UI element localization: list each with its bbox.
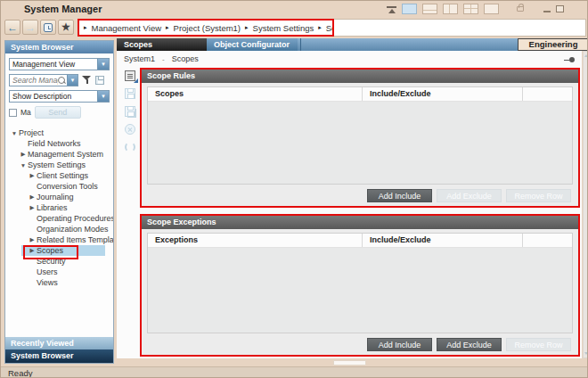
column-header-include-exclude[interactable]: Include/Exclude [362,234,522,247]
tree-expand-arrow-icon[interactable]: ▶ [28,172,37,179]
breadcrumb-separator-icon: ▸ [84,24,87,31]
scope-exceptions-panel: Scope Exceptions Exceptions Include/Excl… [140,214,580,357]
scope-rules-table: Scopes Include/Exclude [147,86,573,185]
tree-item-label: Journaling [37,193,74,201]
view-select[interactable]: Management View ▼ [9,58,110,70]
scroll-up-icon[interactable] [584,54,588,57]
scope-exceptions-table: Exceptions Include/Exclude [147,233,573,333]
horizontal-scrollbar-thumb[interactable] [333,360,366,366]
status-text: Ready [8,368,32,378]
chevron-down-icon[interactable]: ▼ [97,91,109,102]
layout-two-columns-icon[interactable] [402,4,417,14]
column-header-exceptions[interactable]: Exceptions [148,234,362,247]
search-input[interactable] [10,76,58,85]
pin-icon[interactable] [569,57,575,62]
layout-single-icon[interactable] [484,4,499,14]
remove-row-button: Remove Row [506,338,571,351]
breadcrumb: ▸ Management View ▸ Project (System1) ▸ … [78,19,334,37]
tab-object-configurator[interactable]: Object Configurator [207,38,298,51]
breadcrumb-item-scopes[interactable]: Scopes [326,23,334,33]
tree-item-project[interactable]: ▼Project [5,127,113,138]
horizontal-scrollbar[interactable] [117,359,582,366]
add-exclude-button[interactable]: Add Exclude [437,338,502,351]
column-header-include-exclude[interactable]: Include/Exclude [362,87,522,101]
tree-item-operating-procedures[interactable]: Operating Procedures [5,213,113,224]
scope-rules-buttons: Add Include Add Exclude Remove Row [142,185,578,206]
minimize-button[interactable] [543,11,551,12]
tree-expand-arrow-icon[interactable]: ▼ [10,130,19,136]
column-header-scopes[interactable]: Scopes [148,87,362,101]
sidebar-footer: Recently Viewed System Browser [5,337,113,363]
breadcrumb-separator-icon[interactable]: ▸ [166,24,169,31]
forward-button[interactable]: → [22,20,38,35]
engineering-button[interactable]: Engineering [518,38,588,51]
scroll-down-icon[interactable] [584,352,588,355]
scopes-content: System1 - Scopes Scope Rules Scopes Incl… [117,51,582,358]
chevron-down-icon[interactable]: ▼ [97,59,109,70]
tree-item-management-system[interactable]: ▶Management System [5,149,113,160]
tab-bar: Scopes Object Configurator Engineering [117,38,588,51]
tree-expand-arrow-icon[interactable]: ▶ [19,151,28,158]
export-icon[interactable] [125,70,135,81]
add-include-button[interactable]: Add Include [367,338,432,351]
tree-expand-arrow-icon[interactable]: ▶ [28,236,37,243]
cancel-icon[interactable] [125,124,135,135]
chevron-down-icon[interactable]: ▼ [67,75,78,86]
tree-expand-arrow-icon[interactable]: ▶ [28,193,37,201]
favorites-button[interactable]: ★ [58,20,74,35]
tree-item-system-settings[interactable]: ▼System Settings [5,160,113,170]
tree-item-conversion-tools[interactable]: Conversion Tools [5,181,113,192]
refresh-icon[interactable] [125,142,135,152]
tree-expand-arrow-icon[interactable]: ▶ [28,204,37,211]
breadcrumb-separator-icon[interactable]: ▸ [245,24,249,31]
tree-expand-arrow-icon[interactable]: ▼ [19,162,28,168]
maximize-button[interactable] [556,5,564,12]
window-title: System Manager [1,4,102,14]
filter-icon[interactable] [82,76,92,85]
dock-top-icon[interactable] [387,5,396,13]
history-button[interactable] [40,20,56,35]
back-button[interactable]: ← [4,20,20,35]
content-breadcrumb-page[interactable]: Scopes [172,54,199,63]
tree-item-client-settings[interactable]: ▶Client Settings [5,170,113,181]
scope-exceptions-buttons: Add Include Add Exclude Remove Row [142,333,578,355]
ma-checkbox[interactable] [9,109,17,117]
column-header-empty [522,87,572,101]
breadcrumb-item-system-settings[interactable]: System Settings [253,23,314,33]
tree-item-related-items-templates[interactable]: ▶Related Items Templates [5,234,113,245]
tree-item-libraries[interactable]: ▶Libraries [5,202,113,213]
layout-bottom-strip-icon[interactable] [422,4,437,14]
add-include-button[interactable]: Add Include [367,189,432,202]
save-search-icon[interactable] [95,76,104,85]
breadcrumb-item-management-view[interactable]: Management View [92,23,162,33]
tree-item-scopes[interactable]: ▶Scopes [5,245,113,256]
breadcrumb-separator-icon[interactable]: ▸ [318,24,322,31]
search-box[interactable]: ▼ [9,74,78,86]
breadcrumb-item-project[interactable]: Project (System1) [174,23,241,33]
recently-viewed-bar[interactable]: Recently Viewed [5,337,113,349]
scope-exceptions-table-body[interactable] [148,248,572,333]
lock-icon [517,6,524,12]
tree-item-users[interactable]: Users [5,267,113,277]
layout-quad-icon[interactable] [463,4,478,14]
system-browser-bar[interactable]: System Browser [5,349,113,363]
content-breadcrumb-system[interactable]: System1 [124,54,155,63]
view-select-value: Management View [10,60,97,69]
scope-rules-table-body[interactable] [148,102,572,184]
save-icon[interactable] [125,88,135,99]
send-button[interactable]: Send [35,106,81,119]
vertical-scrollbar[interactable] [583,51,588,358]
scope-exceptions-table-header: Exceptions Include/Exclude [148,234,572,248]
content-breadcrumb-separator: - [162,55,165,63]
scope-exceptions-header: Scope Exceptions [142,216,578,229]
save-as-icon[interactable] [125,106,135,117]
tree-item-organization-modes[interactable]: Organization Modes [5,224,113,234]
layout-left-column-icon[interactable] [443,4,458,14]
tree-item-journaling[interactable]: ▶Journaling [5,192,113,202]
tab-scopes[interactable]: Scopes [117,38,207,51]
add-exclude-button: Add Exclude [437,189,502,202]
tree-item-views[interactable]: Views [5,277,113,288]
tree-expand-arrow-icon[interactable]: ▶ [28,247,37,254]
description-select[interactable]: Show Description ▼ [9,90,110,103]
tree-item-field-networks[interactable]: Field Networks [5,138,113,149]
